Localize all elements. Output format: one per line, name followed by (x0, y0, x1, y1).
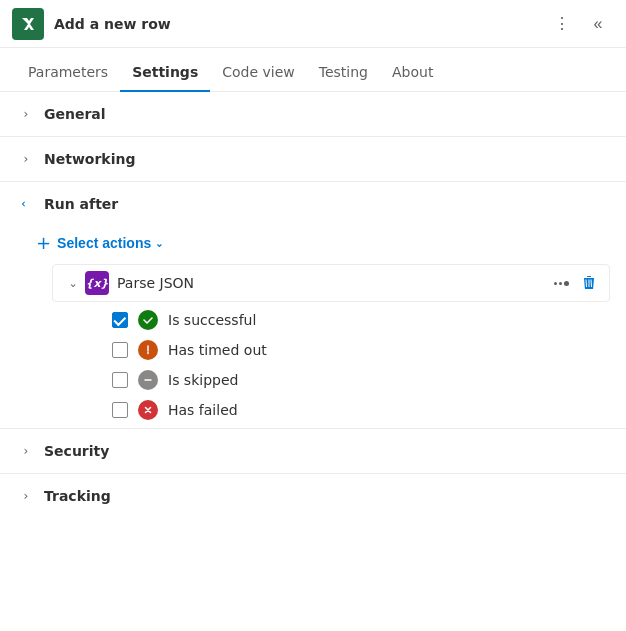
tab-code-view[interactable]: Code view (210, 54, 307, 92)
networking-section-title: Networking (44, 151, 135, 167)
checkbox-row-skipped: Is skipped (112, 370, 610, 390)
parse-json-icon-badge: {x} (85, 271, 109, 295)
dot-3 (564, 281, 569, 286)
select-actions-row: + Select actions ⌄ (0, 226, 626, 260)
checkbox-list: Is successful Has timed out (112, 310, 610, 420)
select-actions-button[interactable]: Select actions ⌄ (57, 235, 163, 251)
tab-parameters[interactable]: Parameters (16, 54, 120, 92)
checkbox-row-successful: Is successful (112, 310, 610, 330)
action-delete-button[interactable] (577, 271, 601, 295)
tab-bar: Parameters Settings Code view Testing Ab… (0, 48, 626, 92)
header-controls: ⋮ « (546, 8, 614, 40)
checkbox-row-failed: Has failed (112, 400, 610, 420)
select-actions-label: Select actions (57, 235, 151, 251)
general-chevron-icon: › (16, 104, 36, 124)
networking-chevron-icon: › (16, 149, 36, 169)
run-after-header[interactable]: ⌄ Run after (0, 182, 626, 226)
app-window: Add a new row ⋮ « Parameters Settings Co… (0, 0, 626, 631)
networking-section-header[interactable]: › Networking (0, 137, 626, 181)
action-more-options-button[interactable] (550, 277, 573, 290)
more-options-icon: ⋮ (554, 14, 570, 33)
action-controls (550, 271, 601, 295)
settings-content: › General › Networking ⌄ Run after + Sel… (0, 92, 626, 631)
tracking-section-header[interactable]: › Tracking (0, 474, 626, 518)
label-is-successful: Is successful (168, 312, 256, 328)
parse-json-action: ⌄ {x} Parse JSON (52, 264, 610, 420)
general-section-header[interactable]: › General (0, 92, 626, 136)
action-item-header: ⌄ {x} Parse JSON (52, 264, 610, 302)
checkbox-is-successful[interactable] (112, 312, 128, 328)
tab-about[interactable]: About (380, 54, 445, 92)
general-section-title: General (44, 106, 106, 122)
app-icon (12, 8, 44, 40)
status-skipped-icon (138, 370, 158, 390)
status-failed-icon (138, 400, 158, 420)
label-has-failed: Has failed (168, 402, 238, 418)
collapse-icon: « (594, 15, 603, 33)
label-has-timed-out: Has timed out (168, 342, 267, 358)
more-options-button[interactable]: ⋮ (546, 8, 578, 40)
tracking-chevron-icon: › (16, 486, 36, 506)
dot-1 (554, 282, 557, 285)
label-is-skipped: Is skipped (168, 372, 238, 388)
action-expand-chevron-icon[interactable]: ⌄ (61, 271, 85, 295)
security-section-header[interactable]: › Security (0, 429, 626, 473)
page-title: Add a new row (54, 16, 171, 32)
action-name-label: Parse JSON (117, 275, 550, 291)
header: Add a new row ⋮ « (0, 0, 626, 48)
run-after-section: ⌄ Run after + Select actions ⌄ ⌄ {x} Par… (0, 182, 626, 420)
checkbox-has-failed[interactable] (112, 402, 128, 418)
run-after-chevron-icon: ⌄ (16, 194, 36, 214)
checkbox-is-skipped[interactable] (112, 372, 128, 388)
select-actions-caret-icon: ⌄ (155, 238, 163, 249)
collapse-button[interactable]: « (582, 8, 614, 40)
run-after-section-title: Run after (44, 196, 118, 212)
status-success-icon (138, 310, 158, 330)
security-section-title: Security (44, 443, 109, 459)
dot-2 (559, 282, 562, 285)
plus-icon: + (36, 234, 51, 252)
tracking-section-title: Tracking (44, 488, 111, 504)
status-warning-icon (138, 340, 158, 360)
tab-settings[interactable]: Settings (120, 54, 210, 92)
tab-testing[interactable]: Testing (307, 54, 380, 92)
checkbox-row-timed-out: Has timed out (112, 340, 610, 360)
checkbox-has-timed-out[interactable] (112, 342, 128, 358)
security-chevron-icon: › (16, 441, 36, 461)
header-left: Add a new row (12, 8, 171, 40)
trash-icon (581, 275, 597, 291)
